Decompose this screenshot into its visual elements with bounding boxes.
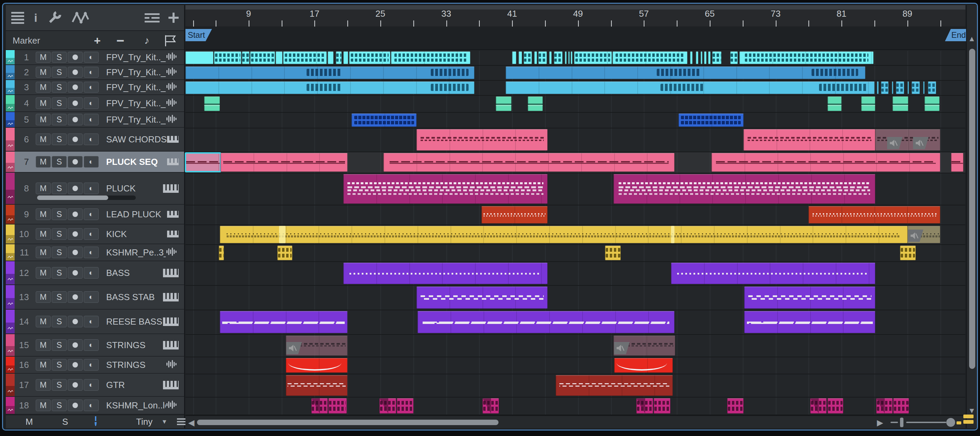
- track-color-tab[interactable]: [6, 224, 14, 244]
- track-color-tab[interactable]: [6, 334, 14, 356]
- clip-track1[interactable]: [283, 51, 327, 64]
- clip-track18[interactable]: [397, 398, 413, 414]
- track-color-tab[interactable]: [6, 173, 14, 204]
- clip-track1[interactable]: [708, 51, 711, 64]
- clip-track1[interactable]: [554, 51, 562, 64]
- solo-button[interactable]: S: [52, 156, 67, 168]
- monitor-button[interactable]: ◐: [84, 339, 99, 351]
- monitor-button[interactable]: ◐: [84, 267, 99, 279]
- clip-track1[interactable]: [519, 51, 522, 64]
- mute-button[interactable]: M: [36, 182, 51, 194]
- track-lane-10[interactable]: [185, 225, 966, 245]
- clip-track1[interactable]: [549, 51, 552, 64]
- clip-track15[interactable]: [614, 335, 675, 356]
- mute-button[interactable]: M: [36, 316, 51, 327]
- clip-track5[interactable]: [352, 113, 417, 127]
- scroll-up-icon[interactable]: ▲: [967, 34, 977, 43]
- remove-marker-button[interactable]: −: [116, 33, 124, 48]
- scroll-left-icon[interactable]: ◀: [188, 418, 194, 428]
- clip-track1[interactable]: [214, 51, 241, 64]
- automation-lane-icon[interactable]: [6, 366, 14, 373]
- clip-track4[interactable]: [528, 96, 543, 111]
- clip-track1[interactable]: [704, 51, 706, 64]
- clip-track1[interactable]: [275, 51, 282, 64]
- track-row-4[interactable]: 4MS◐FPV_Try_Kit.._Dry: [6, 95, 184, 112]
- clip-track1[interactable]: [612, 51, 687, 64]
- clip-track1[interactable]: [512, 51, 516, 64]
- clip-track1[interactable]: [690, 51, 692, 64]
- solo-button[interactable]: S: [52, 379, 67, 391]
- track-lane-17[interactable]: [185, 374, 966, 398]
- monitor-button[interactable]: ◐: [84, 399, 99, 411]
- solo-button[interactable]: S: [52, 247, 67, 258]
- monitor-button[interactable]: ◐: [84, 114, 99, 125]
- track-color-tab[interactable]: [6, 357, 14, 373]
- monitor-button[interactable]: ◐: [84, 228, 99, 240]
- automation-lane-icon[interactable]: [6, 104, 14, 112]
- clip-track3[interactable]: [912, 81, 920, 94]
- record-button[interactable]: [68, 339, 83, 351]
- track-lane-9[interactable]: [185, 205, 966, 225]
- clip-track2[interactable]: [185, 66, 474, 79]
- clip-track1[interactable]: [349, 51, 390, 64]
- clip-track3[interactable]: [881, 81, 888, 94]
- clip-track7[interactable]: [221, 153, 347, 172]
- mute-button[interactable]: M: [36, 208, 51, 220]
- track-color-tab[interactable]: [6, 65, 14, 79]
- clip-track3[interactable]: [896, 81, 904, 94]
- clip-track8[interactable]: [614, 174, 875, 204]
- monitor-button[interactable]: ◐: [84, 82, 99, 93]
- clip-track6[interactable]: [875, 129, 940, 150]
- track-lane-15[interactable]: [185, 335, 966, 357]
- track-row-16[interactable]: 16MS◐STRINGS: [6, 357, 184, 374]
- track-row-8[interactable]: 8MS◐PLUCK: [6, 173, 184, 205]
- clip-track1[interactable]: [574, 51, 612, 64]
- automation-lane-icon[interactable]: [6, 190, 14, 204]
- mute-button[interactable]: M: [36, 134, 51, 145]
- automation-lane-icon[interactable]: [6, 73, 14, 79]
- solo-button[interactable]: S: [52, 82, 67, 93]
- clip-track1[interactable]: [571, 51, 572, 64]
- wrench-icon[interactable]: [47, 11, 62, 24]
- clip-track18[interactable]: [876, 398, 892, 414]
- vertical-scroll-thumb[interactable]: [969, 49, 975, 369]
- footer-menu-icon[interactable]: [177, 418, 186, 425]
- zoom-slider-track[interactable]: [906, 422, 946, 423]
- music-note-icon[interactable]: ♪: [144, 35, 150, 46]
- clip-track4[interactable]: [861, 96, 875, 111]
- track-row-14[interactable]: 14MS◐REESE BASS: [6, 310, 184, 334]
- automation-lane-icon[interactable]: [6, 346, 14, 356]
- mute-button[interactable]: M: [36, 97, 51, 109]
- clip-track4[interactable]: [204, 96, 220, 111]
- track-color-tab[interactable]: [6, 374, 14, 396]
- clip-track14[interactable]: [744, 311, 875, 333]
- clip-track18[interactable]: [810, 398, 827, 414]
- record-button[interactable]: [68, 52, 83, 63]
- monitor-button[interactable]: ◐: [84, 208, 99, 220]
- flag-icon[interactable]: [164, 34, 177, 47]
- clip-track1[interactable]: [701, 51, 702, 64]
- track-color-tab[interactable]: [6, 152, 14, 172]
- track-color-tab[interactable]: [6, 95, 14, 112]
- clip-track6[interactable]: [417, 129, 547, 150]
- track-row-7[interactable]: 7MS◐PLUCK SEQ: [6, 152, 184, 173]
- volume-slider[interactable]: [37, 195, 136, 200]
- mute-button[interactable]: M: [36, 339, 51, 351]
- solo-button[interactable]: S: [52, 134, 67, 145]
- clip-track3[interactable]: [907, 81, 909, 94]
- clip-track10[interactable]: [220, 226, 907, 243]
- marker-lane[interactable]: Start End: [185, 27, 966, 50]
- automation-lane-icon[interactable]: [6, 323, 14, 334]
- clip-track13[interactable]: [417, 286, 547, 308]
- clip-track17[interactable]: [556, 375, 673, 396]
- monitor-button[interactable]: ◐: [84, 359, 99, 371]
- horizontal-scroll-thumb[interactable]: [197, 420, 498, 425]
- clip-track14[interactable]: [417, 311, 675, 333]
- solo-button[interactable]: S: [52, 208, 67, 220]
- solo-button[interactable]: S: [52, 316, 67, 327]
- track-color-tab[interactable]: [6, 128, 14, 151]
- clip-track18[interactable]: [311, 398, 328, 414]
- solo-button[interactable]: S: [52, 267, 67, 279]
- solo-button[interactable]: S: [52, 67, 67, 78]
- automation-icon[interactable]: [71, 11, 90, 24]
